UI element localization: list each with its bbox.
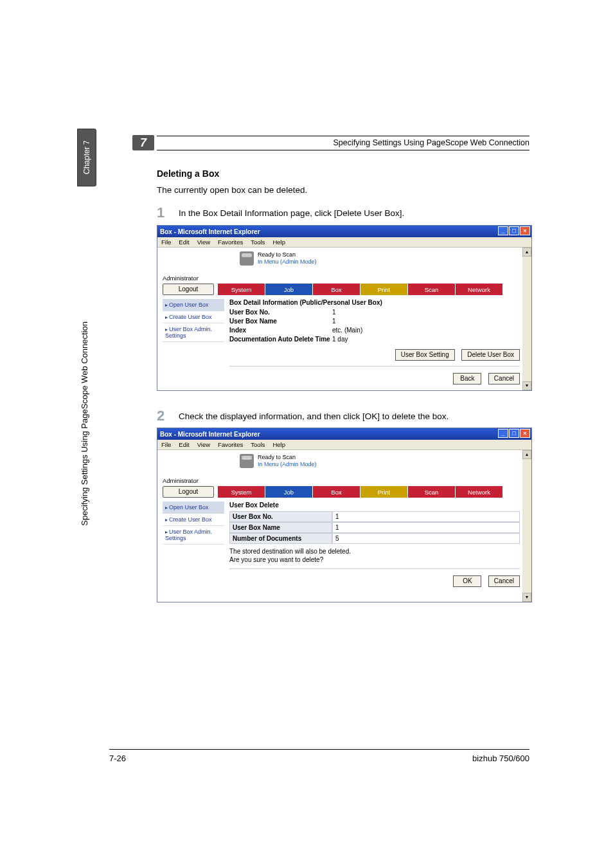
menu-tools[interactable]: Tools	[251, 239, 265, 246]
side-nav: Open User Box Create User Box User Box A…	[163, 299, 224, 342]
tab-job[interactable]: Job	[265, 486, 313, 498]
scroll-down-icon[interactable]: ▾	[522, 381, 531, 390]
maximize-icon[interactable]: □	[509, 429, 519, 438]
close-icon[interactable]: ×	[520, 226, 530, 235]
window-title: Box - Microsoft Internet Explorer	[160, 431, 260, 438]
browser-canvas: ▴ ▾ Ready to Scan In Menu (Admin Mode) A…	[157, 450, 531, 602]
k-auto-delete-time: Documentation Auto Delete Time	[229, 336, 332, 343]
user-box-setting-button[interactable]: User Box Setting	[395, 349, 455, 361]
k-user-box-no: User Box No.	[229, 309, 332, 316]
tab-job[interactable]: Job	[265, 284, 313, 295]
screenshot-2-window: Box - Microsoft Internet Explorer _ □ × …	[157, 428, 532, 602]
header-rule-top	[157, 136, 529, 136]
k-user-box-name: User Box Name	[229, 318, 332, 325]
status-text: Ready to Scan In Menu (Admin Mode)	[258, 454, 317, 468]
footer-rule	[109, 749, 529, 750]
nav-user-box-admin-settings[interactable]: User Box Admin. Settings	[163, 323, 224, 342]
info-line-1: The stored destination will also be dele…	[229, 548, 520, 555]
maximize-icon[interactable]: □	[509, 226, 519, 235]
tab-system[interactable]: System	[218, 284, 265, 295]
back-button[interactable]: Back	[453, 373, 481, 384]
chapter-tab: Chapter 7	[77, 129, 96, 186]
button-row-1: User Box Setting Delete User Box	[229, 348, 520, 361]
menu-edit[interactable]: Edit	[179, 441, 189, 448]
scroll-down-icon[interactable]: ▾	[522, 593, 531, 602]
minimize-icon[interactable]: _	[498, 429, 508, 438]
titlebar: Box - Microsoft Internet Explorer _ □ ×	[157, 428, 531, 440]
tab-print[interactable]: Print	[360, 284, 408, 295]
v-index: etc. (Main)	[332, 327, 520, 334]
tab-network[interactable]: Network	[456, 486, 503, 498]
k-user-box-name: User Box Name	[229, 522, 332, 533]
divider	[229, 366, 520, 366]
button-row-2: Back Cancel	[229, 372, 520, 384]
menu-favorites[interactable]: Favorites	[218, 239, 243, 246]
tab-box[interactable]: Box	[313, 284, 360, 295]
tabstrip: System Job Box Print Scan Network	[218, 486, 503, 498]
menu-help[interactable]: Help	[272, 441, 285, 448]
logout-button[interactable]: Logout	[163, 486, 214, 498]
divider	[229, 568, 520, 569]
step-2-text: Check the displayed information, and the…	[179, 411, 449, 421]
tab-network[interactable]: Network	[456, 284, 503, 295]
sidebar-vertical-title: Specifying Settings Using PageScope Web …	[80, 321, 89, 526]
nav-user-box-admin-settings[interactable]: User Box Admin. Settings	[163, 526, 224, 545]
section-intro: The currently open box can be deleted.	[157, 185, 307, 195]
nav-open-user-box[interactable]: Open User Box	[163, 502, 224, 514]
logout-button[interactable]: Logout	[163, 284, 214, 295]
menu-view[interactable]: View	[197, 239, 210, 246]
tabstrip: System Job Box Print Scan Network	[218, 284, 503, 295]
admin-label: Administrator	[163, 275, 199, 282]
ok-button[interactable]: OK	[453, 575, 481, 587]
status-line-1: Ready to Scan	[258, 251, 317, 258]
tab-scan[interactable]: Scan	[408, 284, 456, 295]
k-user-box-no: User Box No.	[229, 511, 332, 522]
tab-print[interactable]: Print	[360, 486, 408, 498]
menu-file[interactable]: File	[161, 441, 171, 448]
sidebar: Chapter 7 Specifying Settings Using Page…	[77, 129, 102, 643]
step-1-text: In the Box Detail Information page, clic…	[179, 208, 404, 218]
tab-system[interactable]: System	[218, 486, 265, 498]
status-text: Ready to Scan In Menu (Admin Mode)	[258, 251, 317, 266]
delete-user-box-button[interactable]: Delete User Box	[461, 349, 520, 361]
menu-tools[interactable]: Tools	[251, 441, 265, 448]
nav-create-user-box[interactable]: Create User Box	[163, 311, 224, 323]
menu-help[interactable]: Help	[272, 239, 285, 246]
nav-open-user-box[interactable]: Open User Box	[163, 299, 224, 311]
info-line-2: Are you sure you want to delete?	[229, 556, 520, 563]
step-2: 2 Check the displayed information, and t…	[157, 408, 449, 424]
menu-favorites[interactable]: Favorites	[218, 441, 243, 448]
status-line-2: In Menu (Admin Mode)	[258, 258, 317, 266]
admin-label: Administrator	[163, 477, 199, 484]
printer-icon	[240, 251, 254, 266]
menu-view[interactable]: View	[197, 441, 210, 448]
close-icon[interactable]: ×	[520, 429, 530, 438]
content-pane: Box Detail Information (Public/Personal …	[229, 299, 520, 384]
menu-file[interactable]: File	[161, 239, 171, 246]
cancel-button[interactable]: Cancel	[488, 575, 520, 587]
cancel-button[interactable]: Cancel	[488, 373, 520, 384]
nav-create-user-box[interactable]: Create User Box	[163, 514, 224, 526]
v-user-box-name: 1	[332, 318, 520, 325]
tab-box[interactable]: Box	[313, 486, 360, 498]
minimize-icon[interactable]: _	[498, 226, 508, 235]
section-heading: Deleting a Box	[157, 168, 219, 179]
content-title: Box Detail Information (Public/Personal …	[229, 299, 520, 306]
tab-scan[interactable]: Scan	[408, 486, 456, 498]
step-2-number: 2	[157, 408, 164, 424]
menubar: File Edit View Favorites Tools Help	[157, 440, 531, 450]
scroll-up-icon[interactable]: ▴	[522, 248, 531, 257]
product-name: bizhub 750/600	[472, 754, 529, 763]
titlebar: Box - Microsoft Internet Explorer _ □ ×	[157, 226, 531, 237]
printer-icon	[240, 454, 254, 468]
detail-table: User Box No. 1 User Box Name 1 Index etc…	[229, 309, 520, 343]
scroll-up-icon[interactable]: ▴	[522, 450, 531, 459]
v-num-documents: 5	[332, 533, 520, 544]
content-title: User Box Delete	[229, 502, 520, 509]
screenshot-1-window: Box - Microsoft Internet Explorer _ □ × …	[157, 225, 532, 391]
menu-edit[interactable]: Edit	[179, 239, 189, 246]
status-line-1: Ready to Scan	[258, 454, 317, 461]
step-1: 1 In the Box Detail Information page, cl…	[157, 204, 404, 221]
v-user-box-no: 1	[332, 309, 520, 316]
delete-table: User Box No. 1 User Box Name 1 Number of…	[229, 511, 520, 544]
